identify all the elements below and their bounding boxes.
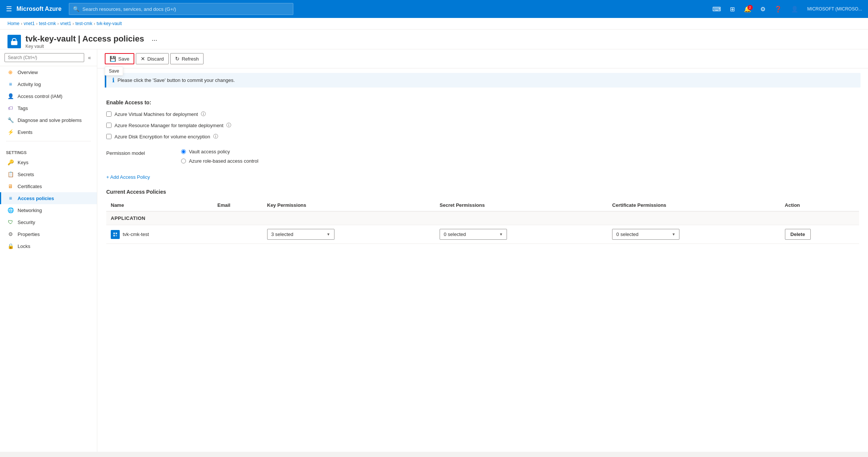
page-more-button[interactable]: ··· [152, 36, 157, 44]
resource-icon [7, 35, 21, 48]
breadcrumb-test-cmk-1[interactable]: test-cmk [39, 21, 56, 26]
info-message: Please click the 'Save' button to commit… [117, 77, 235, 83]
breadcrumb-sep-2: › [36, 22, 37, 26]
sidebar-item-diagnose[interactable]: 🔧 Diagnose and solve problems [0, 114, 97, 126]
discard-label: Discard [147, 56, 164, 62]
activity-log-icon: ≡ [7, 81, 14, 87]
permission-model-row: Permission model Vault access policy Azu… [106, 149, 859, 164]
breadcrumb-home[interactable]: Home [7, 21, 19, 26]
checkbox-vm-input[interactable] [106, 111, 111, 117]
certificates-icon: 🖥 [7, 183, 14, 189]
help-button[interactable]: ❓ [771, 4, 785, 14]
sidebar-label-properties: Properties [18, 231, 40, 237]
portal-settings-button[interactable]: ⊞ [727, 4, 738, 14]
sidebar-item-access-control[interactable]: 👤 Access control (IAM) [0, 90, 97, 102]
cloud-shell-button[interactable]: ⌨ [709, 4, 724, 14]
main-content: 💾 Save Save ✕ Discard ↻ Refresh ℹ Please… [97, 49, 868, 452]
tags-icon: 🏷 [7, 105, 14, 111]
checkbox-disk-input[interactable] [106, 134, 111, 139]
policies-table-header: Name Email Key Permissions Secret Permis… [106, 199, 859, 211]
sidebar-label-certificates: Certificates [18, 184, 42, 189]
sidebar-label-access-policies: Access policies [18, 196, 54, 201]
sidebar-item-activity-log[interactable]: ≡ Activity log [0, 78, 97, 90]
vm-info-icon[interactable]: ⓘ [201, 111, 206, 117]
policies-table-body: APPLICATION [106, 211, 859, 244]
breadcrumb-test-cmk-2[interactable]: test-cmk [75, 21, 92, 26]
security-icon: 🛡 [7, 219, 14, 225]
breadcrumb-tvk-key-vault[interactable]: tvk-key-vault [97, 21, 122, 26]
sidebar-item-certificates[interactable]: 🖥 Certificates [0, 180, 97, 192]
topnav-actions: ⌨ ⊞ 🔔 2 ⚙ ❓ 👤 MICROSOFT (MICROSO... [709, 4, 862, 14]
refresh-button[interactable]: ↻ Refresh [170, 53, 204, 64]
radio-rbac-label: Azure role-based access control [189, 158, 259, 164]
col-name: Name [106, 199, 213, 211]
col-email: Email [213, 199, 263, 211]
checkbox-disk: Azure Disk Encryption for volume encrypt… [106, 133, 859, 140]
chevron-down-icon-2: ▼ [499, 232, 503, 236]
sidebar-item-locks[interactable]: 🔒 Locks [0, 240, 97, 252]
permission-model-options: Vault access policy Azure role-based acc… [181, 149, 259, 164]
breadcrumb-sep-3: › [57, 22, 58, 26]
checkbox-arm-label: Azure Resource Manager for template depl… [114, 123, 223, 128]
radio-rbac: Azure role-based access control [181, 158, 259, 164]
sidebar-divider-settings [6, 141, 91, 141]
arm-info-icon[interactable]: ⓘ [226, 122, 231, 129]
sidebar-label-diagnose: Diagnose and solve problems [18, 117, 82, 123]
row-key-permissions: 3 selected ▼ [263, 225, 435, 244]
breadcrumb-vnet1-1[interactable]: vnet1 [24, 21, 34, 26]
breadcrumb-sep-4: › [73, 22, 74, 26]
sidebar-item-secrets[interactable]: 📋 Secrets [0, 168, 97, 180]
access-control-icon: 👤 [7, 93, 14, 99]
svg-rect-3 [116, 233, 117, 234]
breadcrumb-sep-1: › [21, 22, 22, 26]
secrets-icon: 📋 [7, 171, 14, 177]
table-row: tvk-cmk-test 3 selected ▼ 0 [106, 225, 859, 244]
sidebar-label-overview: Overview [18, 70, 38, 75]
col-action: Action [780, 199, 859, 211]
sidebar-item-security[interactable]: 🛡 Security [0, 216, 97, 228]
access-policies-icon: ≡ [7, 195, 14, 201]
save-button[interactable]: 💾 Save [105, 53, 134, 64]
sidebar-section-settings: Settings [0, 144, 97, 156]
breadcrumb-vnet1-2[interactable]: vnet1 [60, 21, 71, 26]
enable-access-label: Enable Access to: [106, 99, 859, 105]
sidebar-item-events[interactable]: ⚡ Events [0, 126, 97, 138]
notifications-button[interactable]: 🔔 2 [741, 4, 754, 14]
sidebar-item-tags[interactable]: 🏷 Tags [0, 102, 97, 114]
row-action: Delete [780, 225, 859, 244]
svg-rect-5 [116, 235, 117, 236]
discard-button[interactable]: ✕ Discard [136, 53, 169, 64]
radio-vault-policy: Vault access policy [181, 149, 259, 154]
account-button[interactable]: 👤 [788, 4, 801, 14]
delete-button[interactable]: Delete [785, 229, 811, 240]
add-access-policy-link[interactable]: + Add Access Policy [106, 174, 150, 180]
radio-vault-policy-input[interactable] [181, 149, 186, 154]
certificate-permissions-dropdown[interactable]: 0 selected ▼ [612, 229, 679, 240]
secret-permissions-dropdown[interactable]: 0 selected ▼ [440, 229, 507, 240]
key-permissions-dropdown[interactable]: 3 selected ▼ [267, 229, 334, 240]
radio-vault-policy-label: Vault access policy [189, 149, 230, 154]
sidebar-item-keys[interactable]: 🔑 Keys [0, 156, 97, 168]
sidebar-item-access-policies[interactable]: ≡ Access policies [0, 192, 97, 204]
disk-info-icon[interactable]: ⓘ [213, 133, 218, 140]
search-placeholder: Search resources, services, and docs (G+… [82, 6, 176, 12]
sidebar-collapse-button[interactable]: « [86, 53, 92, 62]
radio-rbac-input[interactable] [181, 159, 186, 163]
networking-icon: 🌐 [7, 207, 14, 213]
info-banner: ℹ Please click the 'Save' button to comm… [105, 73, 861, 88]
settings-button[interactable]: ⚙ [757, 4, 768, 14]
row-certificate-permissions: 0 selected ▼ [608, 225, 780, 244]
sidebar-item-networking[interactable]: 🌐 Networking [0, 204, 97, 216]
key-permissions-value: 3 selected [271, 231, 293, 237]
sidebar-item-properties[interactable]: ⚙ Properties [0, 228, 97, 240]
global-search[interactable]: 🔍 Search resources, services, and docs (… [69, 3, 293, 15]
sidebar-item-overview[interactable]: ⊕ Overview [0, 66, 97, 78]
azure-logo: Microsoft Azure [16, 6, 61, 12]
top-navigation: ☰ Microsoft Azure 🔍 Search resources, se… [0, 0, 868, 18]
checkbox-arm-input[interactable] [106, 123, 111, 128]
locks-icon: 🔒 [7, 243, 14, 249]
save-icon: 💾 [110, 56, 116, 62]
sidebar-label-access-control: Access control (IAM) [18, 93, 62, 99]
hamburger-menu-icon[interactable]: ☰ [6, 5, 12, 13]
sidebar-search-input[interactable] [4, 53, 84, 62]
